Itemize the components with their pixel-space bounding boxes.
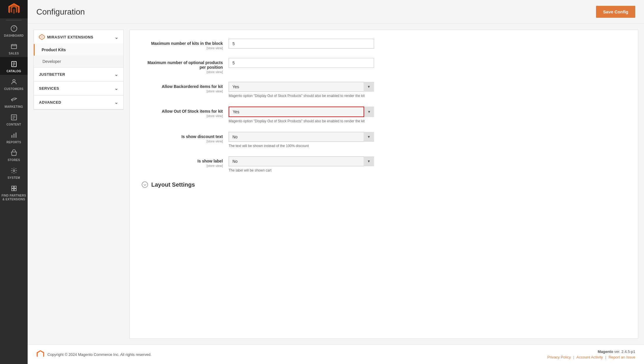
main-content: Configuration Save Config MIRASVIT EXTEN… (28, 0, 644, 364)
sidebar-item-stores-label: STORES (8, 158, 20, 162)
system-icon (10, 167, 18, 175)
show-discount-select[interactable]: Yes No (229, 132, 374, 142)
svg-rect-17 (12, 186, 14, 188)
allow-out-of-stock-label-text: Allow Out Of Stock items for kit (141, 109, 223, 114)
allow-backordered-control: Yes No ▼ Magento option "Display Out of … (229, 82, 626, 98)
sidebar-item-marketing[interactable]: MARKETING (0, 93, 28, 110)
sales-icon (10, 42, 18, 50)
mirasvit-nav-items: Product Kits Developer (34, 44, 123, 67)
footer-privacy-link[interactable]: Privacy Policy (547, 355, 571, 359)
sidebar-item-reports[interactable]: REPORTS (0, 128, 28, 146)
svg-rect-13 (11, 135, 13, 138)
allow-out-of-stock-label: Allow Out Of Stock items for kit [store … (141, 107, 229, 118)
form-row-max-optional: Maximum number of optional products per … (141, 58, 626, 74)
nav-item-developer-label: Developer (42, 59, 61, 64)
marketing-icon (10, 96, 18, 104)
justbetter-chevron-icon: ⌄ (114, 72, 118, 77)
catalog-icon (10, 60, 18, 68)
sidebar-item-content-label: CONTENT (6, 123, 21, 126)
nav-section-advanced-header[interactable]: ADVANCED ⌄ (34, 96, 123, 109)
sidebar-item-extensions-label: FIND PARTNERS & EXTENSIONS (1, 194, 26, 201)
svg-marker-22 (40, 36, 44, 38)
show-discount-control: Yes No ▼ The text will be shown instead … (229, 132, 626, 149)
content-icon (10, 113, 18, 121)
advanced-chevron-icon: ⌄ (114, 100, 118, 105)
allow-out-of-stock-store-view: [store view] (141, 114, 223, 118)
mirasvit-diamond-icon (39, 34, 45, 40)
sidebar-item-sales-label: SALES (9, 52, 19, 55)
sidebar-item-sales[interactable]: SALES (0, 39, 28, 57)
magento-logo-icon (8, 3, 20, 15)
sidebar-item-system[interactable]: SYSTEM (0, 164, 28, 181)
sidebar-divider-top (6, 20, 22, 20)
footer-magento-icon (36, 350, 45, 358)
allow-backordered-label-text: Allow Backordered items for kit (141, 84, 223, 89)
show-label-label-text: Is show label (141, 159, 223, 163)
svg-rect-15 (15, 132, 17, 138)
dashboard-icon (10, 24, 18, 33)
form-row-allow-out-of-stock: Allow Out Of Stock items for kit [store … (141, 107, 626, 124)
form-row-show-label: Is show label [store view] Yes No ▼ The … (141, 156, 626, 173)
customers-icon (10, 78, 18, 86)
mirasvit-chevron-icon: ⌃ (114, 34, 118, 40)
nav-item-product-kits[interactable]: Product Kits (34, 44, 123, 56)
sidebar-item-catalog-label: CATALOG (6, 69, 21, 73)
svg-rect-2 (11, 45, 17, 49)
sidebar-item-content[interactable]: CONTENT (0, 110, 28, 128)
form-row-allow-backordered: Allow Backordered items for kit [store v… (141, 82, 626, 98)
footer-copyright: Copyright © 2024 Magento Commerce Inc. A… (47, 352, 152, 357)
max-kits-block-label: Maximum number of kits in the block [sto… (141, 39, 229, 50)
max-kits-block-input[interactable] (229, 39, 374, 49)
sidebar-item-dashboard[interactable]: DASHBOARD (0, 22, 28, 39)
sidebar-item-stores[interactable]: STORES (0, 146, 28, 164)
allow-backordered-store-view: [store view] (141, 89, 223, 93)
services-section-label: SERVICES (39, 86, 59, 91)
allow-backordered-select[interactable]: Yes No (229, 82, 374, 92)
nav-section-mirasvit: MIRASVIT EXTENSIONS ⌃ Product Kits Devel… (34, 30, 123, 68)
max-kits-block-store-view: [store view] (141, 46, 223, 50)
svg-point-16 (13, 170, 15, 172)
sidebar-item-catalog[interactable]: CATALOG (0, 57, 28, 75)
stores-icon (10, 149, 18, 157)
nav-item-developer[interactable]: Developer (34, 56, 123, 67)
sidebar-item-reports-label: REPORTS (6, 140, 21, 144)
allow-out-of-stock-select-wrap: Yes No ▼ (229, 107, 374, 117)
layout-settings-label: Layout Settings (151, 181, 195, 188)
max-kits-block-label-text: Maximum number of kits in the block (141, 41, 223, 46)
sidebar-logo (0, 0, 28, 19)
footer-sep-1: | (573, 355, 574, 359)
nav-section-justbetter-header[interactable]: JUSTBETTER ⌄ (34, 68, 123, 81)
sidebar-item-marketing-label: MARKETING (5, 105, 23, 109)
footer-version: Magento ver. 2.4.5-p1 (547, 349, 635, 354)
sidebar-item-extensions[interactable]: FIND PARTNERS & EXTENSIONS (0, 181, 28, 203)
show-label-label: Is show label [store view] (141, 156, 229, 167)
sidebar-item-customers-label: CUSTOMERS (4, 87, 23, 91)
nav-section-mirasvit-header[interactable]: MIRASVIT EXTENSIONS ⌃ (34, 30, 123, 44)
allow-out-of-stock-select[interactable]: Yes No (229, 107, 374, 117)
footer-report-link[interactable]: Report an Issue (609, 355, 635, 359)
max-optional-input[interactable] (229, 58, 374, 68)
show-label-hint: The label will be shown cart (229, 168, 374, 173)
allow-out-of-stock-control: Yes No ▼ Magento option "Display Out of … (229, 107, 626, 124)
footer-sep-2: | (605, 355, 606, 359)
svg-rect-19 (12, 189, 14, 191)
save-config-button[interactable]: Save Config (596, 6, 635, 18)
show-label-select[interactable]: Yes No (229, 156, 374, 166)
nav-section-justbetter: JUSTBETTER ⌄ (34, 68, 123, 82)
max-optional-store-view: [store view] (141, 70, 223, 74)
allow-backordered-hint: Magento option "Display Out of Stock Pro… (229, 93, 374, 98)
reports-icon (10, 131, 18, 139)
show-discount-select-wrap: Yes No ▼ (229, 132, 374, 142)
sidebar-item-customers[interactable]: CUSTOMERS (0, 75, 28, 93)
svg-rect-14 (13, 134, 15, 138)
allow-backordered-select-wrap: Yes No ▼ (229, 82, 374, 92)
footer-right: Magento ver. 2.4.5-p1 Privacy Policy | A… (547, 349, 635, 359)
footer-version-label: Magento (598, 349, 613, 354)
nav-section-services-header[interactable]: SERVICES ⌄ (34, 82, 123, 95)
nav-section-services: SERVICES ⌄ (34, 82, 123, 96)
layout-settings-section-header[interactable]: Layout Settings (141, 181, 626, 188)
right-panel: Maximum number of kits in the block [sto… (129, 30, 638, 339)
footer-links: Privacy Policy | Account Activity | Repo… (547, 355, 635, 359)
footer-activity-link[interactable]: Account Activity (577, 355, 603, 359)
max-optional-control (229, 58, 626, 68)
